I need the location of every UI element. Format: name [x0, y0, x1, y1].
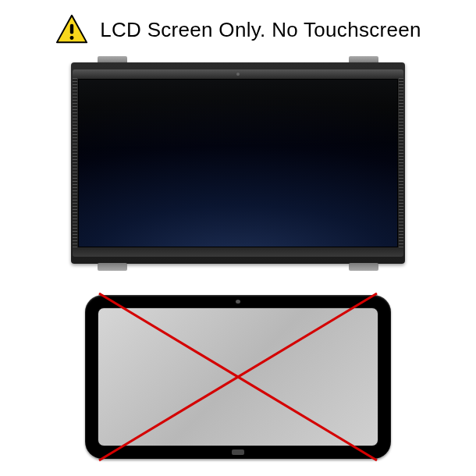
svg-rect-0	[70, 24, 73, 34]
mount-tab	[349, 263, 378, 271]
lcd-panel-illustration	[71, 56, 405, 271]
camera-hole-icon	[236, 300, 240, 304]
digitizer-glass	[98, 307, 378, 446]
lcd-connector-left	[73, 78, 77, 248]
lcd-connector-right	[399, 78, 403, 248]
lcd-bezel-bottom	[73, 247, 403, 257]
lcd-body	[71, 62, 405, 264]
svg-point-1	[70, 36, 74, 40]
header-text: LCD Screen Only. No Touchscreen	[100, 18, 421, 42]
mount-tab	[98, 263, 127, 271]
lcd-display-area	[78, 79, 398, 247]
camera-hole-icon	[236, 73, 240, 76]
header: LCD Screen Only. No Touchscreen	[0, 14, 476, 45]
warning-icon	[55, 14, 89, 45]
touchscreen-illustration	[85, 295, 391, 459]
gloss-highlight	[78, 79, 398, 150]
home-button-icon	[232, 449, 244, 455]
